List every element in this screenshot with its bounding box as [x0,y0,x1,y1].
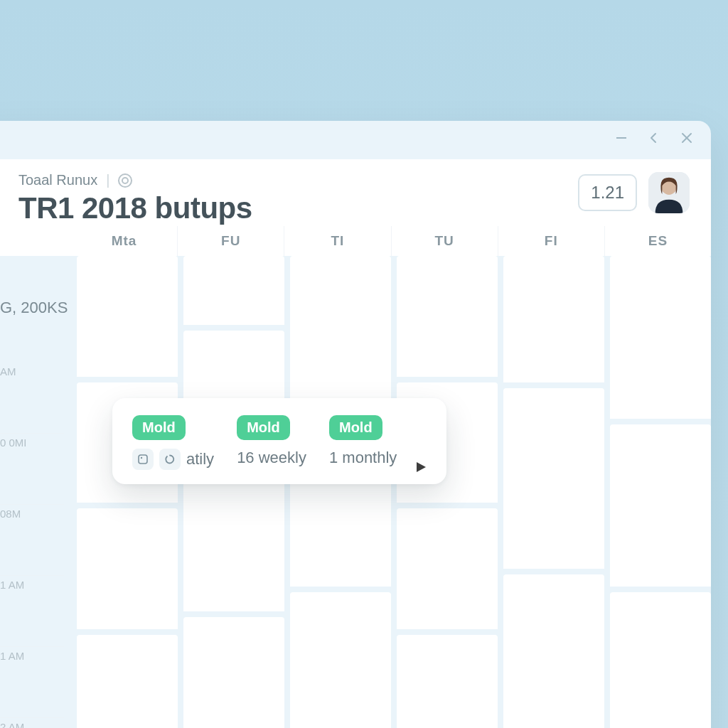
option-tag: Mold [237,415,290,440]
grid-column [498,256,604,728]
header: Toaal Runux | TR1 2018 butups 1.21 Mta F… [0,159,711,256]
grid-cell[interactable] [503,256,604,388]
grid-cell[interactable] [183,617,284,728]
close-button[interactable] [680,131,694,145]
category-label: G, 200KS [0,299,68,317]
grid-cell[interactable] [77,256,178,382]
option-text: 1 monthly [329,449,397,467]
time-label: 2 AM [0,718,64,728]
svg-rect-5 [139,455,147,464]
day-header[interactable]: FU [177,226,284,256]
grid-cell[interactable] [183,256,284,331]
grid-cell[interactable] [397,256,498,382]
recurrence-option-daily[interactable]: Mold atily [132,415,214,470]
breadcrumb-separator: | [106,172,109,188]
option-tag: Mold [329,415,382,440]
option-tag: Mold [132,415,186,440]
option-text: 16 weekly [237,449,306,467]
option-line: 16 weekly [237,449,306,467]
time-label: 0 0MI [0,434,64,505]
target-icon[interactable] [118,173,132,188]
grid-column [284,256,391,728]
breadcrumb-root[interactable]: Toaal Runux [18,172,97,188]
grid-cell[interactable] [397,508,498,635]
share-button[interactable] [647,131,661,145]
time-label: 1 AM [0,647,64,718]
version-badge[interactable]: 1.21 [578,174,637,211]
grid-cell[interactable] [397,635,498,729]
time-label: 1 AM [0,576,64,647]
option-line: atily [132,449,214,470]
day-header[interactable]: FI [498,226,604,256]
time-label: 08M [0,505,64,576]
grid-cell[interactable] [610,592,711,728]
square-icon[interactable] [132,449,154,470]
grid-column [391,256,498,728]
minimize-button[interactable] [614,131,628,145]
time-labels: AM 0 0MI 08M 1 AM 1 AM 2 AM [0,363,64,728]
recurrence-popover: Mold atily Mold 16 weekly Mold 1 monthly [112,398,446,484]
day-header[interactable]: ES [604,226,711,256]
grid-column [71,256,178,728]
day-header[interactable]: TU [391,226,498,256]
app-window: Toaal Runux | TR1 2018 butups 1.21 Mta F… [0,121,711,728]
grid-column [604,256,711,728]
grid-column [178,256,284,728]
day-header-row: Mta FU TI TU FI ES [0,226,711,256]
grid-cell[interactable] [610,424,711,593]
time-gutter: G, 200KS AM 0 0MI 08M 1 AM 1 AM 2 AM [0,256,71,728]
grid-cell[interactable] [77,635,178,729]
grid-cell[interactable] [290,592,391,728]
option-line: 1 monthly [329,449,397,467]
grid-cell[interactable] [610,256,711,424]
svg-point-6 [141,457,142,459]
grid-cell[interactable] [503,388,604,574]
svg-marker-7 [417,462,426,472]
calendar-grid [71,256,711,728]
window-controls [614,131,694,145]
recurrence-option-monthly[interactable]: Mold 1 monthly [329,415,397,470]
header-actions: 1.21 [578,172,690,213]
refresh-icon[interactable] [159,449,181,470]
day-header[interactable]: Mta [71,226,177,256]
recurrence-option-weekly[interactable]: Mold 16 weekly [237,415,306,470]
grid-cell[interactable] [77,508,178,635]
grid-cell[interactable] [503,574,604,728]
time-label: AM [0,363,64,434]
avatar[interactable] [648,172,690,213]
grid-cell[interactable] [183,474,284,618]
play-button[interactable] [414,460,428,474]
day-header[interactable]: TI [284,226,390,256]
option-text: atily [186,450,214,469]
